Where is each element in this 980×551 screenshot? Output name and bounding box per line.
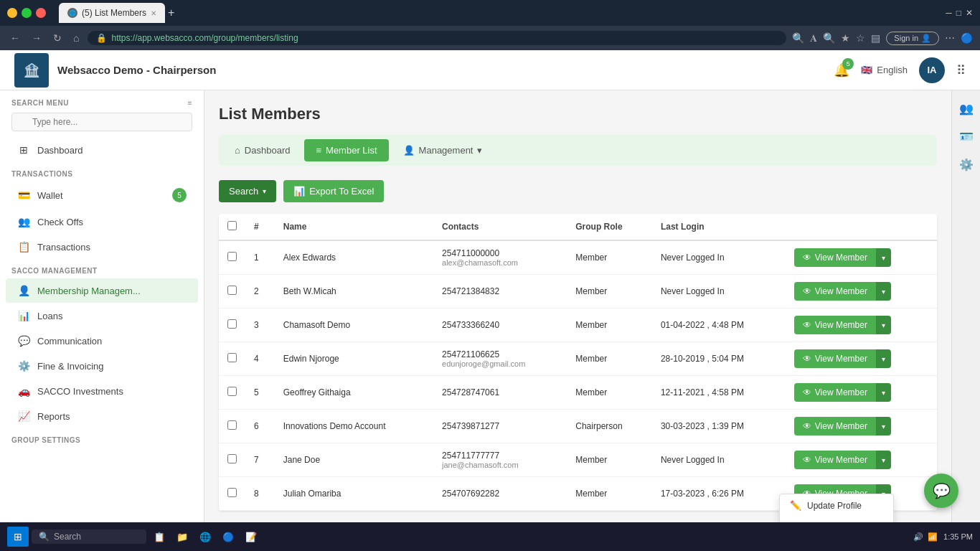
taskbar-word[interactable]: 📝 (241, 527, 261, 547)
taskbar-start-btn[interactable]: ⊞ (7, 527, 29, 547)
action-btn-group: 👁 View Member ▾ (794, 383, 928, 402)
tab-dashboard[interactable]: ⌂ Dashboard (223, 139, 301, 161)
network-icon[interactable]: 📶 (928, 532, 938, 542)
sign-in-btn[interactable]: Sign in 👤 (886, 32, 939, 45)
view-member-caret-btn[interactable]: ▾ (876, 316, 891, 334)
right-panel-users-icon[interactable]: 👥 (956, 99, 976, 118)
row-actions: 👁 View Member ▾ (786, 443, 937, 477)
table-header-row: # Name Contacts Group Role Last Login (219, 214, 937, 240)
view-member-caret-btn[interactable]: ▾ (876, 248, 891, 267)
grid-icon[interactable]: ⠿ (956, 62, 966, 78)
new-tab-btn[interactable]: + (168, 6, 174, 19)
taskbar-task-view[interactable]: 📋 (149, 527, 169, 547)
row-checkbox[interactable] (227, 488, 237, 497)
row-checkbox[interactable] (227, 420, 237, 430)
eye-icon: 👁 (803, 387, 811, 397)
notification-btn[interactable]: 🔔 5 (834, 62, 849, 78)
row-checkbox[interactable] (227, 353, 237, 362)
view-member-btn[interactable]: 👁 View Member (794, 316, 876, 334)
row-actions: 👁 View Member ▾ (786, 275, 937, 309)
view-member-caret-btn[interactable]: ▾ (876, 451, 891, 469)
view-member-btn[interactable]: 👁 View Member (794, 383, 876, 402)
volume-icon[interactable]: 🔊 (913, 532, 923, 542)
language-selector[interactable]: 🇬🇧 English (861, 65, 908, 75)
row-contacts: 254733366240 (433, 309, 567, 342)
row-checkbox[interactable] (227, 387, 237, 396)
row-checkbox[interactable] (227, 252, 237, 261)
tab-management[interactable]: 👤 Management ▾ (392, 139, 494, 161)
search-menu-input[interactable] (11, 113, 192, 131)
search-nav-icon[interactable]: 🔍 (792, 32, 804, 44)
dropdown-update-profile[interactable]: ✏️ Update Profile (780, 494, 893, 517)
back-btn[interactable]: ← (7, 31, 23, 45)
row-num: 7 (245, 443, 275, 477)
row-name: Edwin Njoroge (275, 342, 433, 376)
view-member-btn[interactable]: 👁 View Member (794, 282, 876, 301)
right-panel-settings-icon[interactable]: ⚙️ (956, 155, 976, 174)
view-member-caret-btn[interactable]: ▾ (876, 282, 891, 301)
home-btn[interactable]: ⌂ (70, 31, 82, 45)
forward-btn[interactable]: → (29, 31, 44, 45)
sidebar-item-fine-invoicing[interactable]: ⚙️ Fine & Invoicing (6, 354, 198, 378)
sidebar-browser-icon[interactable]: ▤ (871, 32, 880, 44)
sidebar-item-reports[interactable]: 📈 Reports (6, 404, 198, 428)
bookmark-icon[interactable]: ★ (841, 32, 850, 44)
sidebar-dashboard-label: Dashboard (37, 145, 83, 156)
reader-mode-icon[interactable]: 𝐀 (810, 32, 817, 44)
sidebar-wallet-label: Wallet (37, 190, 63, 201)
sidebar-item-sacco-investments[interactable]: 🚗 SACCO Investments (6, 379, 198, 403)
communication-icon: 💬 (17, 335, 30, 347)
view-member-btn[interactable]: 👁 View Member (794, 417, 876, 435)
chat-widget[interactable]: 💬 (924, 474, 958, 508)
view-member-btn[interactable]: 👁 View Member (794, 349, 876, 368)
taskbar-browser[interactable]: 🌐 (195, 527, 215, 547)
view-member-caret-btn[interactable]: ▾ (876, 383, 891, 402)
row-actions: 👁 View Member ▾ (786, 309, 937, 342)
header-right: 🔔 5 🇬🇧 English IA ⠿ (834, 57, 966, 83)
maximize-btn[interactable] (22, 8, 32, 18)
fav-icon[interactable]: ☆ (856, 32, 865, 44)
zoom-icon[interactable]: 🔍 (823, 32, 835, 44)
taskbar-search[interactable]: 🔍 Search (32, 529, 146, 544)
minimize-btn[interactable] (7, 8, 17, 18)
tab-member-list[interactable]: ≡ Member List (304, 139, 388, 161)
sidebar-item-check-offs[interactable]: 👥 Check Offs (6, 209, 198, 234)
export-excel-button[interactable]: 📊 Export To Excel (283, 180, 384, 202)
taskbar-file-explorer[interactable]: 📁 (172, 527, 192, 547)
row-checkbox[interactable] (227, 286, 237, 295)
table-body: 1 Alex Edwards 254711000000 alex@chamaso… (219, 240, 937, 511)
user-avatar[interactable]: IA (919, 57, 945, 83)
select-all-checkbox[interactable] (227, 221, 237, 230)
view-member-caret-btn[interactable]: ▾ (876, 417, 891, 435)
taskbar-clock[interactable]: 1:35 PM (943, 532, 973, 541)
row-checkbox[interactable] (227, 319, 237, 329)
view-member-caret-btn[interactable]: ▾ (876, 349, 891, 368)
sidebar-item-membership[interactable]: 👤 Membership Managem... (6, 278, 198, 303)
refresh-btn[interactable]: ↻ (50, 31, 65, 45)
restore-window-btn[interactable]: □ (956, 8, 961, 18)
table-container: # Name Contacts Group Role Last Login 1 … (219, 214, 937, 511)
view-member-btn[interactable]: 👁 View Member (794, 248, 876, 267)
minimize-window-btn[interactable]: ─ (946, 8, 952, 18)
close-window-btn[interactable]: ✕ (966, 8, 973, 18)
sidebar-item-transactions[interactable]: 📋 Transactions (6, 235, 198, 259)
sidebar-item-wallet[interactable]: 💳 Wallet 5 (6, 182, 198, 209)
taskbar-edge[interactable]: 🔵 (218, 527, 238, 547)
tab-close-btn[interactable]: ✕ (151, 9, 156, 17)
active-tab[interactable]: 🌐 (5) List Members ✕ (59, 3, 165, 23)
search-button[interactable]: Search ▾ (219, 180, 276, 202)
row-checkbox[interactable] (227, 454, 237, 463)
close-btn[interactable] (36, 8, 46, 18)
tab-member-list-icon: ≡ (316, 145, 321, 156)
address-bar[interactable]: 🔒 https://app.websacco.com/group/members… (88, 31, 786, 45)
row-actions: 👁 View Member ▾ (786, 342, 937, 376)
table-row: 3 Chamasoft Demo 254733366240 Member 01-… (219, 309, 937, 342)
url-text: https://app.websacco.com/group/members/l… (111, 33, 298, 43)
more-options-btn[interactable]: ⋯ (945, 32, 955, 44)
sidebar-item-communication[interactable]: 💬 Communication (6, 329, 198, 353)
right-panel-id-icon[interactable]: 🪪 (956, 127, 976, 146)
sidebar-item-loans[interactable]: 📊 Loans (6, 303, 198, 328)
view-member-btn[interactable]: 👁 View Member (794, 451, 876, 469)
menu-hamburger-icon[interactable]: ≡ (188, 99, 192, 107)
sidebar-item-dashboard[interactable]: ⊞ Dashboard (6, 138, 198, 162)
